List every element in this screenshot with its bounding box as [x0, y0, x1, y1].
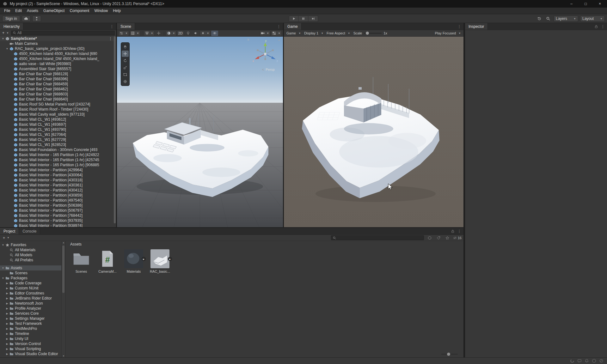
- project-tree-item[interactable]: ▶Visual Studio Code Editor: [0, 351, 65, 356]
- menu-component[interactable]: Component: [67, 8, 92, 14]
- hierarchy-search-input[interactable]: All: [11, 31, 115, 35]
- project-tree-item[interactable]: ▶Code Coverage: [0, 281, 65, 286]
- overlay-menu-icon[interactable]: ≡: [247, 38, 249, 41]
- hierarchy-item[interactable]: Basic Wall Interior - Partition [768442]: [0, 213, 116, 218]
- hierarchy-item[interactable]: Basic Wall Interior - Partition [430361]: [0, 183, 116, 188]
- hierarchy-item[interactable]: 4500_Kitchen Island 4500_Kitchen Island …: [0, 51, 116, 56]
- hierarchy-create-button[interactable]: +▼: [1, 31, 10, 35]
- cloud-services-button[interactable]: [22, 15, 31, 22]
- expand-arrow[interactable]: ▶: [5, 287, 9, 290]
- view-tool-button[interactable]: [122, 44, 129, 50]
- scale-tool-button[interactable]: [122, 64, 129, 71]
- hierarchy-scrollbar[interactable]: [114, 36, 116, 223]
- hierarchy-item[interactable]: Basic Wall Interior - Partition [430318]: [0, 178, 116, 183]
- expand-arrow[interactable]: ▼: [1, 37, 5, 40]
- hierarchy-item[interactable]: Basic Wall Interior - Partition [506797]: [0, 208, 116, 213]
- grid-visibility-dropdown[interactable]: ▼: [130, 31, 140, 36]
- scene-menu-button[interactable]: ⋮: [277, 24, 281, 29]
- hierarchy-item[interactable]: Basic Wall Interior - Partition [430412]: [0, 188, 116, 193]
- tool-settings-dropdown[interactable]: ▼: [118, 31, 129, 36]
- project-menu-button[interactable]: ⋮: [457, 229, 461, 234]
- hierarchy-item[interactable]: Basic Wall CL_W1 [493790]: [0, 127, 116, 132]
- sign-in-button[interactable]: Sign in: [2, 15, 20, 22]
- expand-arrow[interactable]: ▶: [5, 317, 9, 320]
- project-tree-item[interactable]: ▶Profile Analyzer: [0, 306, 65, 311]
- tab-hierarchy[interactable]: Hierarchy: [0, 23, 23, 30]
- expand-arrow[interactable]: ▶: [5, 297, 9, 300]
- project-tree-item[interactable]: ▶Unity UI: [0, 336, 65, 341]
- transform-tool-button[interactable]: [122, 78, 129, 85]
- hierarchy-item[interactable]: Bar Chair Bar Chair [988459]: [0, 82, 116, 87]
- hierarchy-item[interactable]: Basic Wall CL_W1 [627729]: [0, 137, 116, 142]
- hierarchy-item[interactable]: Basic Wall Interior - Partition [937935]: [0, 218, 116, 223]
- hierarchy-item[interactable]: Assembled Stair Stair [665557]: [0, 66, 116, 71]
- hierarchy-item[interactable]: Basic Wall Interior - Partition [429964]: [0, 167, 116, 173]
- play-button[interactable]: [289, 15, 299, 22]
- expand-asset-button[interactable]: ▸: [142, 257, 146, 261]
- inspector-menu-button[interactable]: ⋮: [601, 24, 605, 29]
- menu-help[interactable]: Help: [110, 8, 123, 14]
- aspect-ratio-dropdown[interactable]: Free Aspect▼: [327, 31, 350, 35]
- hierarchy-item[interactable]: Basic Wall CL_W1 [493697]: [0, 122, 116, 127]
- project-tree-item[interactable]: ▶JetBrains Rider Editor: [0, 296, 65, 301]
- project-create-button[interactable]: +▼: [2, 236, 10, 240]
- project-tree-item[interactable]: ▶Settings Manager: [0, 316, 65, 321]
- tab-scene[interactable]: Scene: [117, 23, 135, 30]
- search-by-label-button[interactable]: [435, 235, 442, 240]
- project-tree-item[interactable]: ▼Assets: [0, 265, 65, 270]
- project-tree-item[interactable]: Scenes: [0, 270, 65, 276]
- hierarchy-item[interactable]: ▼RAC_basic_sample_project-3DView-{3D}: [0, 46, 116, 51]
- minimize-button[interactable]: –: [564, 0, 579, 8]
- asset-item[interactable]: ▸Materials: [123, 249, 144, 273]
- cache-status-icon[interactable]: [599, 358, 604, 363]
- lock-icon[interactable]: [594, 25, 598, 28]
- asset-item[interactable]: ▸RAC_basic...: [150, 249, 170, 273]
- project-tree-item[interactable]: ▶Version Control: [0, 341, 65, 346]
- project-tree-item[interactable]: ▶Services Core: [0, 311, 65, 316]
- expand-arrow[interactable]: ▼: [1, 277, 5, 280]
- hierarchy-item[interactable]: Basic Roof Warm Roof - Timber [724430]: [0, 107, 116, 112]
- game-mode-dropdown[interactable]: Game▼: [286, 31, 301, 35]
- tab-project[interactable]: Project: [0, 228, 19, 234]
- project-tree-item[interactable]: ▼Favorites: [0, 242, 65, 247]
- scene-visibility-toggle[interactable]: [211, 31, 218, 36]
- tab-game[interactable]: Game: [284, 23, 302, 30]
- project-tree-item[interactable]: ▶Visual Scripting: [0, 346, 65, 351]
- project-tree-item[interactable]: ▶Timeline: [0, 331, 65, 336]
- expand-arrow[interactable]: ▼: [1, 244, 5, 246]
- global-search-button[interactable]: [545, 15, 552, 22]
- expand-arrow[interactable]: ▶: [5, 282, 9, 285]
- hierarchy-item[interactable]: Basic Wall Interior - Partition [430064]: [0, 173, 116, 178]
- expand-arrow[interactable]: ▶: [5, 307, 9, 310]
- project-tree-scroll-thumb[interactable]: [62, 246, 64, 293]
- hierarchy-item[interactable]: Bar Chair Bar Chair [988396]: [0, 76, 116, 82]
- move-snap-toggle[interactable]: [155, 31, 162, 36]
- rect-tool-button[interactable]: [122, 71, 129, 78]
- hierarchy-item[interactable]: Bar Chair Bar Chair [988128]: [0, 71, 116, 76]
- draw-mode-dropdown[interactable]: ▼: [166, 31, 176, 36]
- hierarchy-item[interactable]: Bar Chair Bar Chair [988640]: [0, 97, 116, 102]
- hierarchy-item[interactable]: Main Camera: [0, 41, 116, 46]
- menu-edit[interactable]: Edit: [13, 8, 24, 14]
- tab-console[interactable]: Console: [19, 228, 40, 234]
- expand-arrow[interactable]: ▶: [5, 302, 9, 305]
- asset-item[interactable]: Scenes: [71, 249, 92, 273]
- expand-arrow[interactable]: ▶: [5, 312, 9, 315]
- search-by-type-button[interactable]: [426, 235, 433, 240]
- project-tree-item[interactable]: ▼Packages: [0, 276, 65, 281]
- hierarchy-menu-button[interactable]: ⋮: [110, 24, 114, 29]
- zoom-slider-knob[interactable]: [447, 353, 450, 356]
- undo-history-button[interactable]: [536, 15, 543, 22]
- step-button[interactable]: [309, 15, 318, 22]
- scene-context-menu-button[interactable]: ⋮: [109, 37, 112, 41]
- hierarchy-item[interactable]: Basic Wall Cavity wall_sliders [977133]: [0, 112, 116, 117]
- expand-arrow[interactable]: ▶: [5, 292, 9, 295]
- menu-gameobject[interactable]: GameObject: [41, 8, 67, 14]
- hierarchy-item[interactable]: Bar Chair Bar Chair [988462]: [0, 87, 116, 92]
- console-message-icon[interactable]: [577, 358, 582, 363]
- project-search-input[interactable]: [331, 235, 424, 240]
- expand-arrow[interactable]: ▶: [5, 348, 9, 350]
- maximize-button[interactable]: □: [579, 0, 593, 8]
- hierarchy-item[interactable]: Basic Wall CL_W1 [627064]: [0, 132, 116, 137]
- hierarchy-item[interactable]: Basic Wall Interior - 165 Partition (1-h…: [0, 152, 116, 157]
